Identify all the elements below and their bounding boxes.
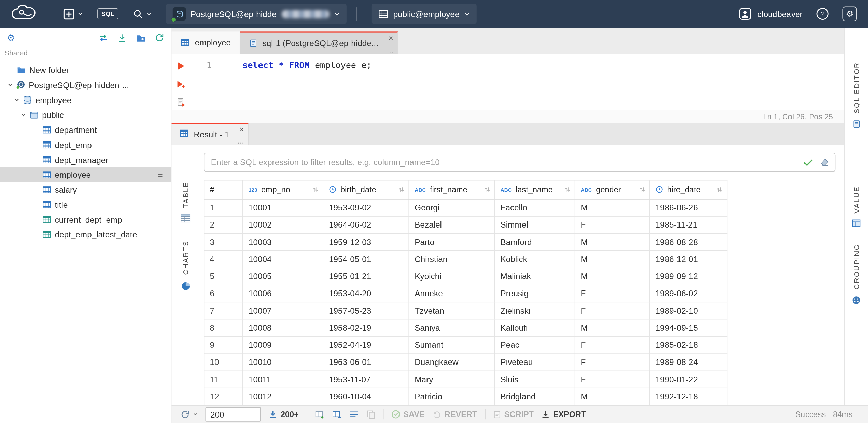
grid-cell[interactable]: Zielinski (495, 302, 575, 319)
grid-cell[interactable]: 1952-04-19 (323, 336, 409, 353)
grid-cell[interactable]: Bezalel (409, 216, 494, 233)
expand-chevron-icon[interactable] (6, 82, 14, 88)
row-drag-handle-icon[interactable]: ≡ (157, 169, 164, 180)
grid-cell[interactable]: Kalloufi (495, 319, 575, 336)
copy-row-button[interactable] (366, 410, 375, 419)
new-connection-button[interactable] (63, 4, 83, 24)
grid-cell[interactable]: 10005 (243, 268, 323, 285)
grid-cell[interactable]: 1953-04-20 (323, 285, 409, 302)
grid-cell[interactable]: Mary (409, 371, 494, 388)
grid-cell[interactable]: 1992-12-18 (649, 388, 727, 405)
grid-cell[interactable]: 10002 (243, 216, 323, 233)
fetch-size-input[interactable] (205, 407, 261, 422)
fetch-more-button[interactable]: 200+ (268, 410, 299, 419)
grid-cell[interactable]: 1990-01-22 (649, 371, 727, 388)
sync-connections-icon[interactable] (98, 32, 109, 43)
connection-search-button[interactable] (133, 4, 152, 24)
tree-item-department[interactable]: department (0, 122, 171, 137)
grid-cell[interactable]: Sluis (495, 371, 575, 388)
grid-cell[interactable]: 1953-11-07 (323, 371, 409, 388)
grid-cell[interactable]: 1963-06-01 (323, 354, 409, 371)
grid-cell[interactable]: Saniya (409, 319, 494, 336)
tree-item-dept_manager[interactable]: dept_manager (0, 152, 171, 167)
grid-cell[interactable]: Anneke (409, 285, 494, 302)
filter-input[interactable] (204, 158, 797, 167)
column-header-birth_date[interactable]: birth_date (323, 180, 409, 199)
code-editor-area[interactable]: select * FROM employee e; (217, 54, 844, 110)
tab-menu-dots-icon[interactable]: … (238, 137, 244, 145)
close-tab-icon[interactable]: × (239, 125, 244, 133)
tab-value-panel[interactable]: VALUE (852, 186, 861, 230)
tree-item-employee[interactable]: employee (0, 93, 171, 108)
grid-cell[interactable]: 10003 (243, 233, 323, 250)
grid-cell[interactable]: 1953-09-02 (323, 199, 409, 216)
sidebar-settings-gear-icon[interactable]: ⚙ (6, 32, 15, 43)
grid-cell[interactable]: 10010 (243, 354, 323, 371)
sort-icon[interactable] (312, 186, 319, 193)
tree-item-dept_emp_latest_date[interactable]: dept_emp_latest_date (0, 227, 171, 242)
grid-cell[interactable]: Chirstian (409, 250, 494, 268)
column-header-emp_no[interactable]: 123emp_no (243, 180, 323, 199)
cloudbeaver-logo-icon[interactable] (10, 4, 39, 23)
grid-cell[interactable]: Facello (495, 199, 575, 216)
column-header-first_name[interactable]: ABCfirst_name (409, 180, 494, 199)
grid-cell[interactable]: 1985-11-21 (649, 216, 727, 233)
sort-icon[interactable] (716, 186, 723, 193)
execute-new-tab-button[interactable] (177, 80, 185, 88)
grid-cell[interactable]: Duangkaew (409, 354, 494, 371)
open-sql-editor-button[interactable]: SQL (97, 4, 118, 24)
script-button[interactable]: SCRIPT (493, 410, 534, 419)
grid-cell[interactable]: 10009 (243, 336, 323, 353)
grid-cell[interactable]: F (575, 354, 650, 371)
grid-cell[interactable]: F (575, 285, 650, 302)
expand-chevron-icon[interactable] (20, 112, 27, 118)
grid-cell[interactable]: M (575, 233, 650, 250)
grid-cell[interactable]: 10012 (243, 388, 323, 405)
refresh-result-button[interactable] (181, 410, 198, 419)
new-folder-icon[interactable] (136, 32, 146, 43)
tree-item-employee[interactable]: employee≡ (0, 167, 171, 182)
delete-row-button[interactable] (349, 410, 359, 419)
execute-query-button[interactable] (177, 62, 185, 70)
export-button[interactable]: EXPORT (542, 410, 586, 419)
grid-cell[interactable]: 1989-09-12 (649, 268, 727, 285)
expand-chevron-icon[interactable] (13, 97, 20, 103)
grid-cell[interactable]: Simmel (495, 216, 575, 233)
grid-cell[interactable]: M (575, 319, 650, 336)
grid-cell[interactable]: Bridgland (495, 388, 575, 405)
grid-cell[interactable]: Kyoichi (409, 268, 494, 285)
grid-cell[interactable]: Bamford (495, 233, 575, 250)
tab-charts-view[interactable]: CHARTS (181, 241, 190, 293)
grid-cell[interactable]: 1958-02-19 (323, 319, 409, 336)
column-header-gender[interactable]: ABCgender (575, 180, 650, 199)
grid-cell[interactable]: 1955-01-21 (323, 268, 409, 285)
grid-cell[interactable]: F (575, 302, 650, 319)
grid-cell[interactable]: 10004 (243, 250, 323, 268)
tree-item-postgresql-ep-hidden-[interactable]: PostgreSQL@ep-hidden-... (0, 78, 171, 93)
grid-cell[interactable]: 1959-12-03 (323, 233, 409, 250)
grid-cell[interactable]: M (575, 199, 650, 216)
grid-cell[interactable]: 1989-06-02 (649, 285, 727, 302)
grid-cell[interactable]: 1960-10-04 (323, 388, 409, 405)
sort-icon[interactable] (484, 186, 490, 193)
grid-cell[interactable]: Peac (495, 336, 575, 353)
sort-icon[interactable] (564, 186, 571, 193)
grid-cell[interactable]: Sumant (409, 336, 494, 353)
tab-menu-dots-icon[interactable]: … (387, 46, 393, 54)
grid-cell[interactable]: 1989-08-24 (649, 354, 727, 371)
grid-cell[interactable]: M (575, 250, 650, 268)
tree-item-public[interactable]: public (0, 108, 171, 123)
tab-employee[interactable]: employee (172, 31, 240, 54)
grid-cell[interactable]: Preusig (495, 285, 575, 302)
grid-cell[interactable]: Tzvetan (409, 302, 494, 319)
tab-grouping-panel[interactable]: GROUPING (852, 244, 861, 307)
tab-sql-1[interactable]: sql-1 (PostgreSQL@ep-hidde... × … (240, 31, 398, 54)
grid-cell[interactable]: 1986-06-26 (649, 199, 727, 216)
grid-cell[interactable]: F (575, 371, 650, 388)
grid-cell[interactable]: 1957-05-23 (323, 302, 409, 319)
grid-cell[interactable]: 1954-05-01 (323, 250, 409, 268)
grid-cell[interactable]: 10011 (243, 371, 323, 388)
schema-selector[interactable]: public@employee (372, 4, 477, 24)
grid-cell[interactable]: Maliniak (495, 268, 575, 285)
settings-button[interactable]: ⚙ (842, 6, 857, 21)
